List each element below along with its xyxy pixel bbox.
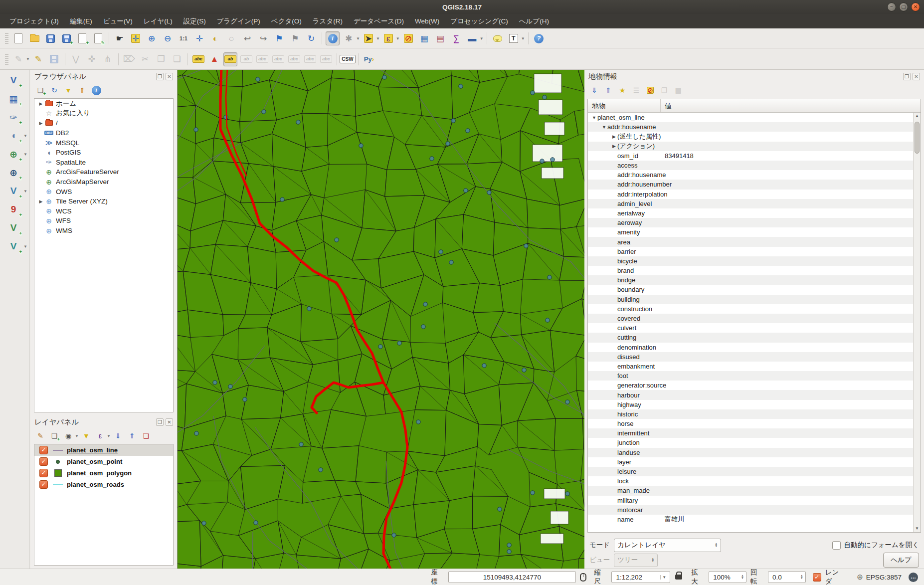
identify-row-addr:housename[interactable]: addr:housename: [588, 170, 913, 180]
messages-icon[interactable]: …: [909, 573, 918, 582]
browser-item-ows[interactable]: ⊕OWS: [34, 187, 173, 196]
identify-row-bridge[interactable]: bridge: [588, 275, 913, 285]
identify-row-historic[interactable]: historic: [588, 409, 913, 419]
expander-icon[interactable]: ▶: [37, 101, 44, 106]
coordinate-input[interactable]: 15109493,4124770: [448, 571, 575, 583]
menu-c[interactable]: プロセッシング(C): [445, 14, 513, 28]
identify-row-boundary[interactable]: boundary: [588, 285, 913, 294]
add-selected-layers-icon[interactable]: ❏+: [34, 84, 46, 96]
label-properties-icon[interactable]: abc: [303, 52, 317, 66]
expand-all-layers-icon[interactable]: ⇓: [112, 430, 124, 442]
identify-row-building[interactable]: building: [588, 295, 913, 304]
identify-row-highway[interactable]: highway: [588, 400, 913, 409]
expand-tree-icon[interactable]: ⇓: [588, 84, 600, 96]
scrollbar-thumb[interactable]: [915, 122, 920, 154]
layers-float-icon[interactable]: ❐: [156, 418, 164, 426]
new-print-composer-icon[interactable]: +: [75, 31, 89, 45]
new-bookmark-icon[interactable]: ⚑: [272, 31, 286, 45]
clear-results-icon[interactable]: ⊘: [644, 84, 656, 96]
mouse-tracking-icon[interactable]: [580, 573, 586, 582]
identify-row-denomination[interactable]: denomination: [588, 343, 913, 352]
measure-icon[interactable]: ▬: [465, 31, 479, 45]
select-features-icon[interactable]: ➤: [362, 31, 375, 45]
mode-combobox[interactable]: カレントレイヤ ▲▼: [614, 539, 721, 552]
identify-row-admin_level[interactable]: admin_level: [588, 199, 913, 208]
save-layer-edits-icon[interactable]: [47, 52, 61, 66]
identify-row-landuse[interactable]: landuse: [588, 448, 913, 457]
add-vector-layer-icon[interactable]: V+: [6, 73, 21, 88]
identify-row-access[interactable]: access: [588, 161, 913, 170]
expander-icon[interactable]: ▶: [37, 121, 44, 126]
scroll-up-icon[interactable]: ▲: [914, 113, 921, 120]
identify-row-embankment[interactable]: embankment: [588, 362, 913, 371]
open-attribute-table-icon[interactable]: ▦: [417, 31, 431, 45]
help-button[interactable]: ヘルプ: [883, 553, 919, 568]
identify-row-area[interactable]: area: [588, 237, 913, 246]
expander-icon[interactable]: ▶: [611, 134, 617, 139]
browser-item-postgis[interactable]: ◖PostGIS: [34, 148, 173, 158]
composer-manager-icon[interactable]: ✎: [91, 31, 105, 45]
add-wcs-layer-icon[interactable]: ⊕+: [6, 165, 21, 180]
map-tips-icon[interactable]: [491, 31, 505, 45]
cut-features-icon[interactable]: ✂: [138, 52, 152, 66]
identify-row-motorcar[interactable]: motorcar: [588, 505, 913, 515]
deselect-all-icon[interactable]: ⊘: [401, 31, 415, 45]
identify-float-icon[interactable]: ❐: [903, 73, 911, 80]
refresh-browser-icon[interactable]: ↻: [48, 84, 60, 96]
identify-row-cutting[interactable]: cutting: [588, 333, 913, 342]
delete-selected-icon[interactable]: ⌦: [122, 52, 136, 66]
browser-item-[interactable]: ▶ホーム: [34, 99, 173, 109]
add-wfs-layer-icon[interactable]: V+▼: [6, 184, 21, 198]
menu-d[interactable]: データベース(D): [348, 14, 409, 28]
render-checkbox[interactable]: ✓: [813, 573, 821, 582]
select-by-expression-icon[interactable]: ε: [381, 31, 395, 45]
identify-row-covered[interactable]: covered: [588, 314, 913, 323]
zoom-to-selection-icon[interactable]: ◌: [224, 31, 238, 45]
layer-item-planet_osm_line[interactable]: ✓planet_osm_line: [34, 444, 173, 456]
browser-item-wfs[interactable]: ⊕WFS: [34, 216, 173, 226]
open-layer-styling-icon[interactable]: ✎: [34, 430, 46, 442]
menu-o[interactable]: ベクタ(O): [266, 14, 307, 28]
copy-feature-icon[interactable]: ❐: [658, 84, 670, 96]
csw-search-icon[interactable]: CSW: [341, 52, 355, 66]
layer-visibility-checkbox[interactable]: ✓: [39, 457, 48, 466]
identify-row-disused[interactable]: disused: [588, 352, 913, 362]
zoom-to-layer-icon[interactable]: ◐: [208, 31, 222, 45]
properties-widget-icon[interactable]: i: [90, 84, 102, 96]
browser-float-icon[interactable]: ❐: [156, 73, 164, 80]
map-canvas[interactable]: [177, 70, 584, 569]
menu-r[interactable]: ラスタ(R): [307, 14, 348, 28]
identify-row-planet_osm_line[interactable]: ▼planet_osm_line: [588, 113, 913, 122]
toolbar-grip[interactable]: [5, 54, 8, 65]
copy-features-icon[interactable]: ❐: [154, 52, 168, 66]
manage-visibility-dropdown-icon[interactable]: ▼: [75, 434, 79, 438]
layer-item-planet_osm_roads[interactable]: ✓planet_osm_roads: [34, 479, 173, 490]
new-project-icon[interactable]: [11, 31, 25, 45]
run-feature-action-dropdown-icon[interactable]: ▼: [356, 36, 360, 41]
zoom-last-icon[interactable]: ↩: [240, 31, 254, 45]
identify-row-[interactable]: ▶(アクション): [588, 142, 913, 151]
add-group-icon[interactable]: ❏+: [48, 430, 60, 442]
toggle-editing-icon[interactable]: ✎: [31, 52, 45, 66]
add-feature-icon[interactable]: ⋁: [69, 52, 83, 66]
browser-item-[interactable]: ☆お気に入り: [34, 109, 173, 119]
menu-s[interactable]: 設定(S): [178, 14, 211, 28]
python-console-icon[interactable]: Py›: [362, 52, 376, 66]
identify-row-amenity[interactable]: amenity: [588, 227, 913, 237]
zoom-out-icon[interactable]: ⊖: [161, 31, 175, 45]
collapse-tree-icon[interactable]: ⇑: [602, 84, 614, 96]
help-contents-icon[interactable]: ?: [532, 31, 546, 45]
browser-item-arcgisfeatureserver[interactable]: ⊕ArcGisFeatureServer: [34, 167, 173, 177]
scale-combobox[interactable]: 1:12,202 ▼: [611, 571, 670, 583]
current-edits-icon[interactable]: ✎: [11, 52, 25, 66]
magnifier-spinbox[interactable]: 100% ▲▼: [709, 571, 746, 583]
zoom-full-extent-icon[interactable]: ✛: [192, 31, 206, 45]
browser-item-spatialite[interactable]: ✑SpatiaLite: [34, 158, 173, 168]
add-virtual-layer-icon[interactable]: V+▼: [6, 239, 21, 254]
close-button[interactable]: ✕: [911, 2, 920, 11]
scroll-down-icon[interactable]: ▼: [914, 525, 921, 532]
label-show-hide-icon[interactable]: abc: [255, 52, 269, 66]
identify-row-addr:housenumber[interactable]: addr:housenumber: [588, 180, 913, 189]
identify-row-junction[interactable]: junction: [588, 438, 913, 447]
identify-row-intermittent[interactable]: intermittent: [588, 428, 913, 438]
